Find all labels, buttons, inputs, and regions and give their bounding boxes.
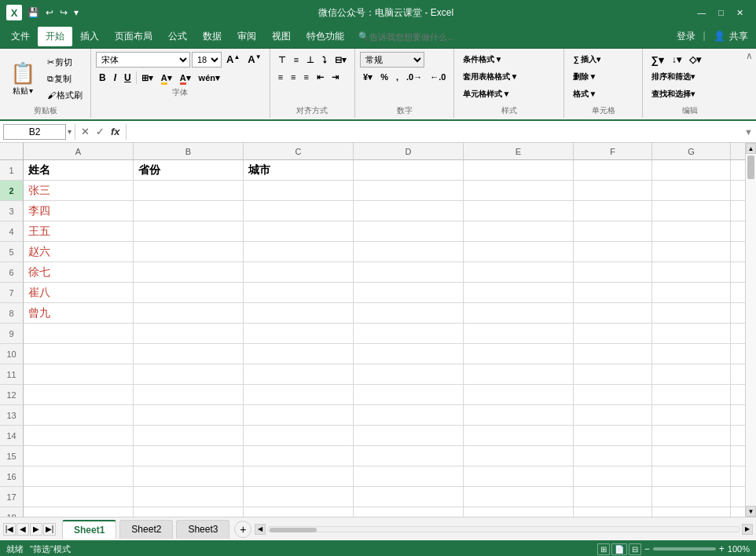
h-scroll-thumb[interactable] [270, 528, 317, 532]
row-header-7[interactable]: 7 [0, 283, 24, 303]
list-item[interactable] [652, 466, 731, 487]
list-item[interactable] [574, 324, 652, 344]
list-item[interactable] [731, 283, 745, 303]
list-item[interactable] [134, 283, 244, 303]
list-item[interactable]: 赵六 [24, 242, 134, 262]
fill-btn[interactable]: ↓▾ [669, 52, 684, 68]
align-top-btn[interactable]: ⊤ [275, 52, 289, 68]
list-item[interactable] [652, 324, 731, 344]
list-item[interactable] [652, 507, 731, 517]
search-input[interactable] [369, 32, 495, 42]
list-item[interactable] [354, 426, 464, 446]
list-item[interactable] [652, 385, 731, 405]
list-item[interactable] [731, 364, 745, 385]
list-item[interactable] [574, 262, 652, 283]
horizontal-scrollbar[interactable]: ◀ ▶ [251, 524, 756, 535]
list-item[interactable] [464, 283, 574, 303]
list-item[interactable] [574, 364, 652, 385]
page-break-view-btn[interactable]: ⊟ [629, 543, 641, 555]
list-item[interactable] [652, 283, 731, 303]
zoom-slider[interactable] [653, 547, 716, 551]
col-header-d[interactable]: D [354, 143, 464, 160]
cell-style-btn[interactable]: 单元格样式▼ [459, 86, 559, 102]
list-item[interactable] [731, 242, 745, 262]
list-item[interactable] [464, 242, 574, 262]
list-item[interactable] [134, 262, 244, 283]
list-item[interactable] [574, 344, 652, 364]
list-item[interactable] [244, 446, 354, 466]
list-item[interactable] [244, 466, 354, 487]
list-item[interactable] [354, 303, 464, 324]
list-item[interactable] [244, 344, 354, 364]
list-item[interactable] [134, 324, 244, 344]
list-item[interactable] [574, 507, 652, 517]
sheet-tab-sheet2[interactable]: Sheet2 [119, 520, 173, 539]
list-item[interactable] [574, 405, 652, 426]
menu-page-layout[interactable]: 页面布局 [107, 27, 160, 46]
list-item[interactable] [134, 344, 244, 364]
bold-btn[interactable]: B [96, 70, 109, 86]
row-header-6[interactable]: 6 [0, 262, 24, 283]
list-item[interactable] [652, 242, 731, 262]
list-item[interactable] [24, 385, 134, 405]
list-item[interactable] [354, 221, 464, 242]
row-header-9[interactable]: 9 [0, 324, 24, 344]
list-item[interactable] [464, 160, 574, 181]
list-item[interactable] [244, 242, 354, 262]
list-item[interactable]: 曾九 [24, 303, 134, 324]
list-item[interactable] [354, 507, 464, 517]
list-item[interactable]: 省份 [134, 160, 244, 181]
list-item[interactable] [731, 303, 745, 324]
list-item[interactable] [464, 262, 574, 283]
fill-color-btn[interactable]: A▾ [158, 70, 175, 86]
list-item[interactable] [574, 426, 652, 446]
list-item[interactable] [652, 446, 731, 466]
name-box-dropdown[interactable]: ▾ [68, 127, 72, 136]
dec-increase-btn[interactable]: .0→ [403, 69, 425, 85]
list-item[interactable] [354, 487, 464, 507]
list-item[interactable]: 王五 [24, 221, 134, 242]
list-item[interactable] [731, 344, 745, 364]
list-item[interactable] [134, 181, 244, 201]
name-box[interactable] [3, 124, 66, 140]
clear-btn[interactable]: ◇▾ [686, 52, 704, 68]
number-format-select[interactable]: 常规 [360, 52, 424, 68]
menu-file[interactable]: 文件 [3, 27, 38, 46]
list-item[interactable] [652, 201, 731, 221]
list-item[interactable] [464, 466, 574, 487]
font-color-btn[interactable]: A▾ [177, 70, 194, 86]
list-item[interactable] [24, 487, 134, 507]
scroll-right-btn[interactable]: ▶ [742, 524, 753, 535]
list-item[interactable] [652, 221, 731, 242]
normal-view-btn[interactable]: ⊞ [597, 543, 610, 555]
font-special-btn[interactable]: wén▾ [196, 70, 223, 86]
row-header-15[interactable]: 15 [0, 446, 24, 466]
list-item[interactable] [354, 160, 464, 181]
menu-review[interactable]: 审阅 [229, 27, 264, 46]
list-item[interactable] [464, 201, 574, 221]
list-item[interactable] [652, 405, 731, 426]
list-item[interactable] [464, 446, 574, 466]
list-item[interactable] [134, 405, 244, 426]
list-item[interactable] [134, 446, 244, 466]
list-item[interactable] [244, 487, 354, 507]
list-item[interactable] [731, 160, 745, 181]
font-name-select[interactable]: 宋体 [96, 52, 190, 68]
dec-decrease-btn[interactable]: ←.0 [427, 69, 449, 85]
row-header-10[interactable]: 10 [0, 344, 24, 364]
list-item[interactable] [574, 221, 652, 242]
formula-input[interactable] [130, 124, 742, 140]
autosum-btn[interactable]: ∑▾ [648, 52, 666, 68]
list-item[interactable] [574, 181, 652, 201]
row-header-4[interactable]: 4 [0, 221, 24, 242]
list-item[interactable] [244, 303, 354, 324]
row-header-14[interactable]: 14 [0, 426, 24, 446]
list-item[interactable] [354, 181, 464, 201]
list-item[interactable] [652, 344, 731, 364]
list-item[interactable] [134, 487, 244, 507]
align-center-btn[interactable]: ≡ [288, 69, 299, 85]
insert-function-btn[interactable]: fx [108, 126, 123, 137]
paste-btn[interactable]: 📋 粘贴▾ [5, 57, 41, 101]
list-item[interactable] [354, 466, 464, 487]
list-item[interactable] [731, 487, 745, 507]
